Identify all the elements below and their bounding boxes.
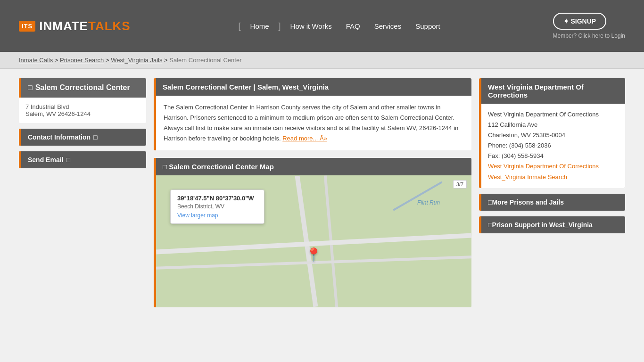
facility-body: 7 Industrial Blvd Salem, WV 26426-1244	[19, 98, 146, 123]
facility-card: □ Salem Correctional Center 7 Industrial…	[19, 78, 146, 123]
inmate-search-link[interactable]: West_Virginia Inmate Search	[488, 173, 567, 181]
description-card: Salem Correctional Center | Salem, West_…	[154, 78, 471, 150]
facility-name: Salem Correctional Center	[35, 83, 130, 93]
facility-header: □ Salem Correctional Center	[19, 78, 146, 98]
contact-header[interactable]: Contact Information □	[19, 129, 146, 146]
logo: ITS INMATETALKS	[19, 19, 131, 33]
logo-text: INMATETALKS	[39, 19, 130, 33]
map-district: Beech District, WV	[177, 203, 257, 210]
prison-support-card: □Prison Support in West_Virginia	[479, 216, 625, 233]
description-body: The Salem Correctional Center in Harriso…	[156, 96, 471, 150]
breadcrumb: Inmate Calls > Prisoner Search > West_Vi…	[0, 52, 644, 69]
map-header: □ Salem Correctional Center Map	[156, 158, 471, 175]
breadcrumb-prisoner-search[interactable]: Prisoner Search	[60, 57, 104, 64]
more-prisons-header[interactable]: □More Prisons and Jails	[481, 194, 625, 211]
dept-body: West Virginia Department Of Corrections …	[481, 104, 625, 188]
description-header: Salem Correctional Center | Salem, West_…	[156, 78, 471, 96]
facility-address-line2: Salem, WV 26426-1244	[25, 110, 140, 117]
read-more-link[interactable]: Read more... Â»	[282, 135, 327, 142]
map-container[interactable]: Flint Run 3/7 39°18'47.5"N 80°37'30.0"W …	[156, 175, 471, 307]
map-tooltip: 39°18'47.5"N 80°37'30.0"W Beech District…	[170, 189, 264, 224]
logo-box: ITS	[19, 21, 35, 32]
map-card: □ Salem Correctional Center Map Flint Ru…	[154, 158, 471, 307]
middle-column: Salem Correctional Center | Salem, West_…	[154, 78, 471, 307]
breadcrumb-inmate-calls[interactable]: Inmate Calls	[19, 57, 53, 64]
send-email-label: Send Email	[28, 156, 63, 164]
login-text[interactable]: Member? Click here to Login	[553, 33, 625, 39]
breadcrumb-current: Salem Correctional Center	[169, 57, 241, 64]
main-content: □ Salem Correctional Center 7 Industrial…	[0, 69, 644, 317]
left-column: □ Salem Correctional Center 7 Industrial…	[19, 78, 146, 307]
view-larger-map-link[interactable]: View larger map	[177, 212, 218, 219]
logo-inmate: INMATE	[39, 19, 88, 33]
facility-address-line1: 7 Industrial Blvd	[25, 103, 140, 110]
map-water-label: Flint Run	[417, 199, 440, 206]
nav-how-it-works[interactable]: How it Works	[286, 20, 337, 33]
contact-label: Contact Information	[28, 133, 91, 141]
send-email-icon: □	[66, 156, 70, 164]
nav: [ Home ] How it Works FAQ Services Suppo…	[239, 20, 445, 33]
nav-faq[interactable]: FAQ	[341, 20, 365, 33]
dept-address: 112 California Ave	[488, 120, 619, 130]
nav-home[interactable]: Home	[246, 20, 274, 33]
contact-icon: □	[93, 133, 97, 141]
map-page-counter: 3/7	[453, 180, 467, 189]
send-email-card: Send Email □	[19, 151, 146, 168]
dept-phone: Phone: (304) 558-2036	[488, 140, 619, 151]
dept-name: West Virginia Department Of Corrections	[488, 109, 619, 120]
logo-talks: TALKS	[88, 19, 131, 33]
contact-card: Contact Information □	[19, 129, 146, 146]
map-coordinates: 39°18'47.5"N 80°37'30.0"W	[177, 195, 257, 202]
dept-fax: Fax: (304) 558-5934	[488, 151, 619, 161]
signup-button[interactable]: ✦ SIGNUP	[553, 13, 607, 30]
send-email-header[interactable]: Send Email □	[19, 151, 146, 168]
bracket-close: ]	[279, 21, 281, 31]
prison-support-header[interactable]: □Prison Support in West_Virginia	[481, 216, 625, 233]
bracket-open: [	[239, 21, 241, 31]
nav-services[interactable]: Services	[370, 20, 406, 33]
dept-header: West Virginia Department Of Corrections	[481, 78, 625, 104]
dept-card: West Virginia Department Of Corrections …	[479, 78, 625, 188]
facility-icon: □	[28, 83, 33, 93]
breadcrumb-west-virginia-jails[interactable]: West_Virginia Jails	[111, 57, 162, 64]
more-prisons-card: □More Prisons and Jails	[479, 194, 625, 211]
nav-support[interactable]: Support	[411, 20, 445, 33]
map-pin: 📍	[305, 247, 322, 263]
dept-link[interactable]: West Virginia Department Of Corrections	[488, 163, 599, 170]
header: ITS INMATETALKS [ Home ] How it Works FA…	[0, 0, 644, 52]
dept-city: Charleston, WV 25305-0004	[488, 130, 619, 140]
right-column: West Virginia Department Of Corrections …	[479, 78, 625, 307]
signup-area: ✦ SIGNUP Member? Click here to Login	[553, 13, 625, 39]
